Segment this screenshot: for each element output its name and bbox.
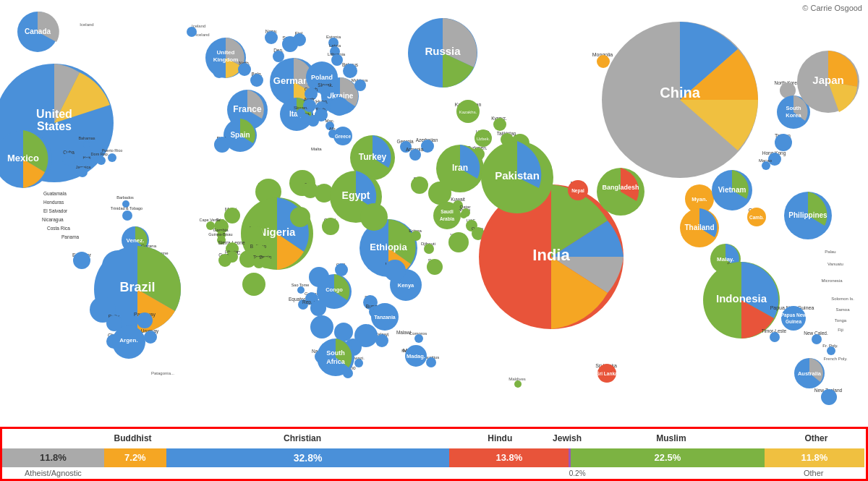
svg-text:Uzbek.: Uzbek.: [477, 137, 490, 141]
svg-text:Turkey: Turkey: [359, 152, 387, 162]
svg-point-105: [354, 80, 366, 91]
svg-point-14: [97, 156, 106, 165]
svg-point-134: [493, 118, 506, 131]
svg-text:Indonesia: Indonesia: [716, 292, 767, 305]
svg-point-335: [781, 306, 806, 331]
svg-text:Vietnam: Vietnam: [718, 186, 746, 194]
svg-text:Kingdom: Kingdom: [213, 56, 239, 63]
svg-point-65: [250, 74, 263, 87]
svg-point-183: [224, 208, 240, 224]
svg-text:South: South: [326, 349, 345, 357]
svg-text:Philippines: Philippines: [788, 211, 827, 219]
svg-point-73: [293, 33, 306, 46]
svg-text:Maldives: Maldives: [509, 377, 526, 381]
svg-text:Vanuatu: Vanuatu: [827, 262, 843, 266]
svg-point-20: [77, 167, 88, 177]
svg-point-115: [297, 108, 305, 117]
svg-text:Costa Rica: Costa Rica: [47, 226, 70, 231]
atheist-bar: 11.8%: [2, 448, 104, 468]
svg-point-253: [310, 315, 333, 339]
legend-area: Buddhist Christian Hindu Jewish Muslim O…: [0, 427, 868, 481]
svg-point-18: [83, 141, 90, 148]
svg-text:Canada: Canada: [25, 27, 51, 35]
jewish-label: Jewish: [558, 433, 576, 443]
svg-text:Iceland: Iceland: [80, 22, 93, 27]
svg-point-207: [246, 226, 263, 243]
svg-text:Micronesia: Micronesia: [821, 278, 843, 283]
svg-point-97: [320, 85, 331, 97]
svg-text:Barbados: Barbados: [116, 195, 134, 200]
svg-point-67: [273, 51, 284, 62]
svg-text:Ethiopia: Ethiopia: [370, 242, 407, 252]
svg-point-79: [331, 54, 343, 66]
svg-text:Malawi: Malawi: [396, 330, 411, 335]
svg-point-217: [297, 286, 305, 294]
svg-text:Pakistan: Pakistan: [495, 169, 540, 182]
svg-text:Greece: Greece: [335, 134, 351, 139]
svg-text:France: France: [233, 104, 262, 114]
svg-point-231: [411, 231, 421, 241]
svg-text:Papua New: Papua New: [781, 312, 807, 318]
christian-bar: 32.8%: [166, 448, 450, 468]
svg-text:Guatamala: Guatamala: [43, 191, 67, 196]
svg-text:Camb.: Camb.: [749, 215, 764, 220]
svg-text:Solomon Is.: Solomon Is.: [831, 297, 854, 301]
svg-point-339: [770, 332, 780, 342]
atheist-bottom-label: Atheist/Agnostic: [2, 469, 104, 477]
svg-text:Samoa: Samoa: [835, 307, 850, 312]
svg-text:Arabia: Arabia: [440, 216, 455, 221]
svg-point-333: [821, 389, 837, 405]
svg-text:United: United: [217, 49, 235, 56]
hindu-bar: 13.8%: [449, 448, 569, 468]
svg-point-280: [597, 55, 610, 68]
svg-text:Bahamas: Bahamas: [78, 136, 95, 140]
christian-label: Christian: [163, 433, 442, 443]
muslim-bar: 22.5%: [571, 448, 765, 468]
svg-text:Iceland: Iceland: [195, 33, 209, 37]
svg-text:Egypt: Egypt: [342, 190, 370, 201]
svg-text:Iran: Iran: [452, 163, 468, 173]
svg-text:Kenya: Kenya: [398, 282, 414, 289]
svg-point-292: [775, 134, 792, 151]
svg-text:El Salvador: El Salvador: [43, 208, 68, 213]
legend-category-labels: Buddhist Christian Hindu Jewish Muslim O…: [2, 429, 866, 448]
svg-point-235: [427, 259, 443, 275]
svg-point-270: [414, 334, 423, 343]
svg-text:Trinidad & Tobago: Trinidad & Tobago: [111, 206, 142, 210]
svg-point-197: [218, 254, 231, 267]
hindu-label: Hindu: [441, 433, 558, 443]
svg-text:Sri Lanka: Sri Lanka: [596, 371, 618, 376]
svg-point-296: [762, 161, 770, 170]
svg-text:Venez.: Venez.: [127, 237, 145, 244]
svg-text:Japan: Japan: [812, 74, 843, 86]
svg-text:Kazakhs.: Kazakhs.: [459, 110, 477, 114]
svg-text:Argen.: Argen.: [119, 337, 137, 344]
svg-text:Nepal: Nepal: [571, 188, 584, 194]
svg-point-107: [330, 97, 349, 116]
svg-text:Nicaragua: Nicaragua: [42, 217, 64, 223]
svg-text:Myan.: Myan.: [692, 196, 707, 203]
svg-point-38: [73, 252, 90, 269]
svg-point-156: [461, 208, 470, 217]
svg-point-240: [384, 260, 406, 281]
svg-text:United: United: [36, 108, 72, 120]
svg-point-229: [360, 203, 388, 231]
other-bottom-label: Other: [763, 469, 864, 477]
buddhist-bar: 7.2%: [104, 448, 166, 468]
svg-text:Fiji: Fiji: [838, 328, 843, 332]
svg-point-353: [514, 380, 522, 388]
svg-point-44: [137, 312, 153, 328]
buddhist-label: Buddhist: [102, 433, 163, 443]
svg-point-148: [411, 176, 428, 194]
svg-text:Thailand: Thailand: [684, 224, 714, 231]
svg-point-341: [812, 334, 822, 344]
svg-point-205: [260, 257, 272, 268]
svg-point-167: [448, 232, 469, 252]
svg-point-69: [265, 31, 278, 44]
legend-bottom-labels: Atheist/Agnostic 0.2% Other: [2, 467, 866, 479]
svg-point-16: [108, 153, 116, 162]
svg-point-211: [290, 207, 310, 227]
legend-bar: 11.8% 7.2% 32.8% 13.8% 22.5% 11.8%: [2, 448, 866, 468]
svg-text:India: India: [532, 246, 570, 264]
svg-text:Patagonia...: Patagonia...: [151, 371, 174, 375]
